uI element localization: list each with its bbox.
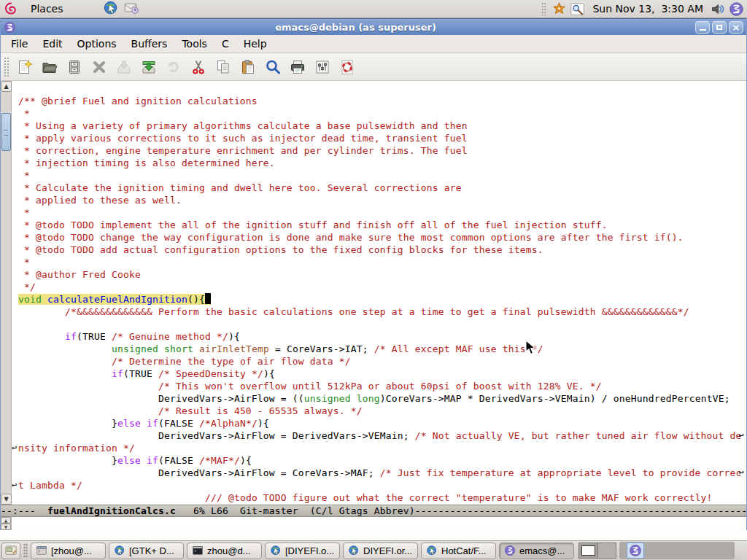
code-line[interactable] — [18, 318, 746, 330]
gnome-top-panel: ApplicationsPlacesSystem Sun Nov 13, 3:3… — [0, 0, 747, 18]
emacs-app-icon — [4, 21, 16, 34]
code-line[interactable]: DerivedVars->AirFlow = ((unsigned long)C… — [18, 392, 746, 405]
code-line[interactable]: nsity information */↩ — [18, 442, 746, 454]
code-line[interactable]: * applied to these as well. — [18, 194, 746, 206]
vertical-scrollbar[interactable]: ▲ ▼ — [1, 81, 12, 505]
taskbar-window-button[interactable]: [zhou@... — [31, 542, 106, 559]
code-line[interactable]: * — [18, 169, 746, 182]
code-line[interactable]: DerivedVars->AirFlow = CoreVars->MAF; /*… — [18, 467, 746, 479]
tray-emacs-icon[interactable] — [729, 1, 744, 17]
web-browser-icon[interactable] — [103, 0, 119, 16]
taskbar-window-button[interactable]: emacs@... — [499, 542, 574, 559]
menu-c[interactable]: C — [214, 36, 236, 51]
code-line[interactable]: * — [18, 107, 746, 120]
preferences-button[interactable] — [311, 55, 334, 79]
close-buffer-button[interactable] — [88, 55, 111, 79]
dired-button[interactable] — [63, 55, 86, 79]
code-line[interactable]: * — [18, 206, 746, 219]
code-line[interactable]: * — [18, 256, 746, 268]
code-line[interactable]: * Using a variety of primary algorithms … — [18, 120, 746, 132]
code-line[interactable]: /* Determine the type of air flow data *… — [18, 355, 746, 368]
volume-icon[interactable] — [711, 1, 726, 17]
scroll-down-button[interactable]: ▼ — [1, 494, 12, 505]
maximize-button[interactable] — [712, 21, 727, 34]
code-line[interactable]: * injection timing is also determined he… — [18, 157, 746, 169]
search-button[interactable] — [261, 55, 285, 79]
code-line[interactable]: unsigned short airInletTemp = CoreVars->… — [18, 343, 746, 355]
clock[interactable]: Sun Nov 13, 3:30 AM — [588, 3, 708, 15]
code-line[interactable]: if(TRUE /* SpeedDensity */){ — [18, 368, 746, 380]
editor-area[interactable]: /** @brief Fuel and ignition calculation… — [1, 81, 746, 505]
code-line[interactable]: if(TRUE /* Genuine method */){ — [18, 330, 746, 343]
toolbar-drag-handle[interactable] — [4, 57, 9, 77]
code-line[interactable]: * @author Fred Cooke — [18, 268, 746, 281]
code-line[interactable]: * apply various corrections to it such a… — [18, 132, 746, 144]
code-line[interactable]: /* Result is 450 - 65535 always. */ — [18, 405, 746, 417]
menu-buffers[interactable]: Buffers — [124, 36, 175, 51]
taskbar-drag-handle[interactable] — [23, 543, 28, 558]
menu-tools[interactable]: Tools — [174, 36, 214, 51]
save-button[interactable] — [112, 55, 136, 79]
code-line[interactable]: */ — [18, 281, 746, 293]
email-icon[interactable] — [123, 0, 139, 16]
menu-file[interactable]: File — [4, 36, 35, 51]
code-line[interactable]: * @todo TODO add actual configuration op… — [18, 244, 746, 256]
titlebar[interactable]: emacs@debian (as superuser) × — [1, 18, 746, 35]
code-line[interactable]: }else if(FALSE /*AlphaN*/){ — [18, 417, 746, 429]
code-line[interactable]: /* This won't overflow until 512kPa or a… — [18, 380, 746, 392]
cut-button[interactable] — [187, 55, 210, 79]
menu-places[interactable]: Places — [23, 0, 101, 18]
code-line[interactable]: * @todo TODO change the way configuratio… — [18, 231, 746, 244]
workspace-switcher[interactable] — [578, 542, 616, 559]
help-button[interactable] — [336, 55, 359, 79]
menu-help[interactable]: Help — [236, 36, 274, 51]
modeline-prefix: --:--- — [1, 505, 47, 516]
tray-selected-window[interactable] — [627, 542, 644, 559]
workspace-2[interactable] — [598, 543, 616, 558]
debian-logo-icon[interactable] — [4, 1, 18, 16]
taskbar-window-label: [zhou@... — [51, 545, 92, 556]
code-line[interactable]: * Calculate the ignition timing and dwel… — [18, 182, 746, 194]
echo-area[interactable]: ▲ ▼ — [1, 517, 746, 530]
taskbar-window-button[interactable]: [DIYEFI.o... — [265, 542, 340, 559]
code-line[interactable]: void calculateFuelAndIgnition(){ — [18, 293, 746, 306]
menu-edit[interactable]: Edit — [35, 36, 69, 51]
code-line[interactable]: /*&&&&&&&&&&&&& Perform the basic calcul… — [18, 306, 746, 318]
code-line[interactable]: * @todo TODO implement the all of the ig… — [18, 219, 746, 231]
code-line[interactable]: /** @brief Fuel and ignition calculation… — [18, 95, 746, 107]
code-line[interactable]: /// @todo TODO figure out what the corre… — [18, 491, 746, 504]
taskbar-window-button[interactable]: HotCat/F... — [421, 542, 496, 559]
menu-options[interactable]: Options — [70, 36, 124, 51]
taskbar-window-button[interactable]: DIYEFI.or... — [343, 542, 418, 559]
magnifier-icon[interactable] — [570, 1, 585, 17]
paste-button[interactable] — [236, 55, 260, 79]
line-wrap-icon: ↩ — [739, 429, 744, 442]
scroll-up-button[interactable]: ▲ — [1, 81, 12, 92]
new-file-button[interactable] — [13, 55, 36, 79]
print-button[interactable] — [286, 55, 309, 79]
undo-button[interactable] — [162, 55, 185, 79]
code-line[interactable]: DerivedVars->AirFlow = DerivedVars->VEMa… — [18, 429, 746, 442]
code-line[interactable]: * correction, engine temperature enrichm… — [18, 144, 746, 157]
taskbar-window-button[interactable]: [GTK+ D... — [109, 542, 184, 559]
show-desktop-button[interactable] — [1, 542, 20, 559]
minimize-button[interactable] — [695, 21, 710, 34]
close-button[interactable]: × — [729, 21, 743, 34]
workspace-1[interactable] — [579, 543, 598, 558]
echo-scroll-up[interactable]: ▲ — [1, 517, 11, 524]
echo-scrollbar[interactable]: ▲ ▼ — [1, 517, 12, 530]
code-buffer[interactable]: /** @brief Fuel and ignition calculation… — [1, 81, 746, 505]
taskbar-window-button[interactable]: zhou@d... — [187, 542, 262, 559]
scrollbar-thumb[interactable] — [1, 113, 11, 151]
line-wrap-icon: ↩ — [12, 442, 17, 454]
mode-line[interactable]: --:--- fuelAndIgnitionCalcs.c 6% L66 Git… — [1, 505, 746, 517]
echo-scroll-down[interactable]: ▼ — [1, 524, 11, 530]
panel-drag-handle[interactable] — [541, 2, 546, 15]
code-line[interactable]: }else if(FALSE /*MAF*/){ — [18, 454, 746, 467]
line-wrap-icon: ↩ — [12, 479, 17, 491]
updates-icon[interactable] — [551, 1, 567, 17]
open-button[interactable] — [38, 55, 61, 79]
copy-button[interactable] — [212, 55, 235, 79]
code-line[interactable]: t Lambda */↩ — [18, 479, 746, 491]
save-as-button[interactable] — [137, 55, 160, 79]
